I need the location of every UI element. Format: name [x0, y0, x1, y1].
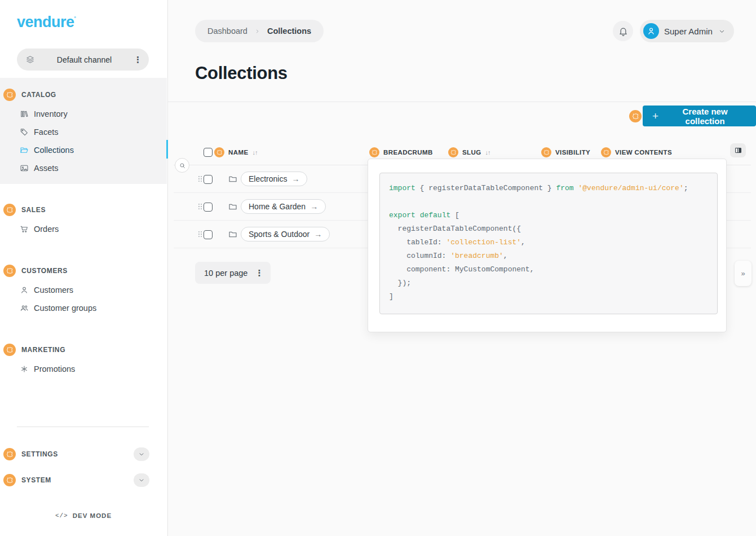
- extension-badge[interactable]: [369, 147, 379, 157]
- collection-link[interactable]: Sports & Outdoor→: [241, 227, 330, 241]
- sidebar-item-collections[interactable]: Collections: [0, 141, 167, 159]
- cart-icon: [20, 225, 29, 234]
- table-search-button[interactable]: [175, 158, 189, 173]
- collection-link[interactable]: Electronics→: [241, 172, 307, 186]
- tag-icon: [20, 128, 29, 137]
- extension-badge[interactable]: [3, 448, 16, 460]
- extension-badge[interactable]: [601, 147, 611, 157]
- drag-handle-icon[interactable]: [196, 175, 204, 183]
- drag-handle-icon[interactable]: [196, 230, 204, 238]
- user-name: Super Admin: [664, 27, 713, 36]
- create-new-collection-button[interactable]: + Create new collection: [643, 106, 756, 126]
- select-all-checkbox[interactable]: [204, 148, 213, 157]
- puzzle-icon: [6, 267, 14, 275]
- code-line: export default [: [389, 209, 717, 222]
- column-label: BREADCRUMB: [383, 149, 433, 156]
- nav-section-header: MARKETING: [0, 340, 167, 360]
- extension-badge[interactable]: [3, 204, 16, 216]
- sidebar-item-orders[interactable]: Orders: [0, 220, 167, 238]
- sidebar-item-label: Assets: [34, 164, 59, 173]
- per-page-label: 10 per page: [204, 269, 247, 278]
- trademark-mark: ˚: [74, 16, 76, 23]
- sidebar-item-customers[interactable]: Customers: [0, 281, 167, 299]
- asterisk-icon: [20, 364, 29, 374]
- nav-section-customers: CUSTOMERSCustomersCustomer groups: [0, 254, 167, 324]
- nav-section-settings[interactable]: SETTINGS: [0, 444, 167, 464]
- title-divider: [168, 102, 756, 102]
- user-menu[interactable]: Super Admin: [640, 20, 734, 42]
- sidebar-item-label: Facets: [34, 128, 59, 137]
- kebab-icon[interactable]: ⋮: [134, 55, 142, 64]
- breadcrumb-item[interactable]: Collections: [267, 27, 311, 36]
- sidebar-item-facets[interactable]: Facets: [0, 123, 167, 141]
- sidebar-item-label: Inventory: [34, 109, 68, 118]
- user-icon: [20, 285, 29, 295]
- extension-badge[interactable]: [214, 147, 224, 157]
- code-icon: </>: [55, 512, 68, 519]
- row-checkbox[interactable]: [204, 203, 213, 212]
- channel-switcher[interactable]: Default channel ⋮: [17, 49, 149, 71]
- drag-handle-icon[interactable]: [196, 203, 204, 210]
- column-header-name[interactable]: NAME↓↑: [214, 141, 257, 164]
- puzzle-icon: [6, 477, 14, 484]
- nav-section-label: CUSTOMERS: [21, 267, 68, 275]
- extension-badge[interactable]: [541, 147, 551, 157]
- avatar: [643, 23, 659, 39]
- column-label: VIEW CONTENTS: [615, 149, 672, 156]
- row-checkbox[interactable]: [204, 175, 213, 184]
- chevron-down-icon: [138, 450, 145, 458]
- column-label: VISIBILITY: [555, 149, 590, 156]
- nav-section-marketing: MARKETINGPromotions: [0, 333, 167, 385]
- extension-badge[interactable]: [629, 110, 642, 122]
- arrow-right-icon: →: [310, 202, 318, 211]
- active-nav-indicator: [166, 140, 168, 159]
- expand-section-button[interactable]: [134, 473, 149, 487]
- code-line: component: MyCustomComponent,: [389, 263, 717, 276]
- breadcrumb[interactable]: DashboardCollections: [195, 20, 324, 42]
- sidebar-divider: [17, 427, 149, 427]
- sidebar-item-assets[interactable]: Assets: [0, 159, 167, 177]
- folder-icon: [228, 230, 237, 239]
- extension-badge[interactable]: [629, 110, 642, 122]
- sidebar-item-promotions[interactable]: Promotions: [0, 360, 167, 378]
- collection-link[interactable]: Home & Garden→: [241, 199, 326, 214]
- code-snippet: import { registerDataTableComponent } fr…: [379, 173, 718, 314]
- nav-section-system[interactable]: SYSTEM: [0, 470, 167, 490]
- column-settings-button[interactable]: [730, 143, 746, 157]
- puzzle-icon: [543, 150, 550, 156]
- next-page-button[interactable]: »: [735, 261, 751, 286]
- code-line: ]: [389, 290, 717, 304]
- breadcrumb-item[interactable]: Dashboard: [207, 27, 247, 36]
- dev-mode-toggle[interactable]: </> DEV MODE: [0, 512, 167, 519]
- notifications-button[interactable]: [613, 21, 633, 41]
- sort-icon[interactable]: ↓↑: [485, 149, 490, 156]
- arrow-right-icon: →: [314, 230, 322, 239]
- code-line: [389, 195, 717, 209]
- items-per-page-select[interactable]: 10 per page ⋮: [195, 262, 271, 284]
- extension-badge[interactable]: [3, 89, 16, 101]
- chevron-down-icon: [718, 27, 726, 36]
- sort-icon[interactable]: ↓↑: [252, 149, 257, 156]
- code-line: columnId: 'breadcrumb',: [389, 249, 717, 263]
- channel-label: Default channel: [35, 55, 134, 64]
- collection-name: Electronics: [249, 174, 287, 183]
- main-content: DashboardCollections Super Admin Collect…: [168, 0, 756, 536]
- nav-section-header: CUSTOMERS: [0, 261, 167, 281]
- row-checkbox[interactable]: [204, 230, 213, 239]
- extension-badge[interactable]: [3, 344, 16, 356]
- puzzle-icon: [603, 150, 609, 156]
- nav-section-header: SALES: [0, 200, 167, 220]
- nav-section-sales: SALESOrders: [0, 193, 167, 245]
- nav-section-label: SETTINGS: [21, 450, 58, 458]
- extension-badge[interactable]: [448, 147, 458, 157]
- extension-badge[interactable]: [3, 474, 16, 486]
- folder-icon: [20, 146, 29, 155]
- plus-icon: +: [652, 110, 658, 122]
- extension-badge[interactable]: [3, 265, 16, 277]
- sidebar-item-customer-groups[interactable]: Customer groups: [0, 299, 167, 317]
- dev-mode-label: DEV MODE: [73, 512, 112, 519]
- code-line: });: [389, 276, 717, 290]
- expand-section-button[interactable]: [134, 447, 149, 461]
- sidebar-item-inventory[interactable]: Inventory: [0, 105, 167, 123]
- page-title: Collections: [195, 63, 288, 84]
